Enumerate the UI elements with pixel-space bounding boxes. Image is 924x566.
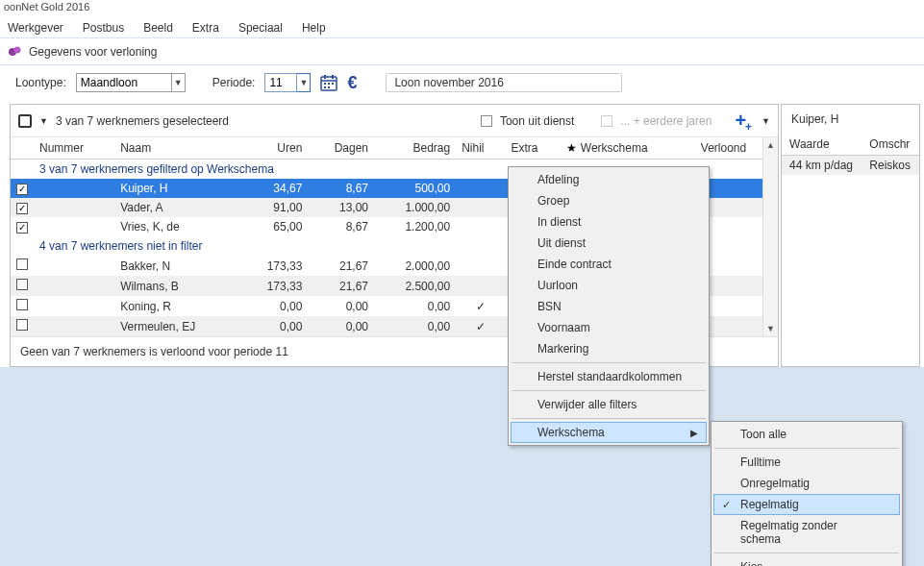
col-werkschema[interactable]: ★ Werkschema (561, 137, 694, 160)
menu-item-groep[interactable]: Groep (511, 190, 707, 211)
menu-item-uit-dienst[interactable]: Uit dienst (511, 233, 707, 254)
menu-separator (512, 418, 706, 419)
col-extra[interactable]: Extra (505, 137, 561, 160)
menu-item-toon-alle[interactable]: Toon alle (713, 424, 900, 445)
menu-separator (512, 390, 706, 391)
calendar-icon[interactable] (320, 74, 337, 91)
menu-separator (714, 448, 899, 449)
menu-postbus[interactable]: Postbus (83, 21, 124, 35)
svg-rect-6 (324, 83, 326, 85)
col-omschr[interactable]: Omschr (862, 134, 919, 156)
menu-werkgever[interactable]: Werkgever (8, 21, 63, 35)
col-bedrag[interactable]: Bedrag (374, 137, 456, 160)
menu-item-verwijder-filters[interactable]: Verwijder alle filters (511, 394, 707, 415)
chevron-down-icon[interactable]: ▼ (39, 116, 48, 126)
menu-item-in-dienst[interactable]: In dienst (511, 211, 707, 233)
menu-item-einde-contract[interactable]: Einde contract (511, 254, 707, 275)
row-checkbox[interactable] (16, 299, 28, 310)
menu-extra[interactable]: Extra (192, 21, 219, 35)
table-row[interactable]: 44 km p/dagReiskos (782, 156, 919, 176)
scroll-up-icon[interactable]: ▲ (763, 137, 778, 153)
chevron-down-icon[interactable]: ▼ (762, 116, 770, 126)
scroll-down-icon[interactable]: ▼ (763, 321, 778, 336)
loontype-select[interactable] (76, 73, 172, 92)
select-all-checkbox[interactable] (18, 114, 32, 128)
vertical-scrollbar[interactable]: ▲ ▼ (762, 137, 778, 336)
svg-rect-8 (332, 83, 334, 85)
menu-item-regelmatig[interactable]: ✓ Regelmatig (713, 494, 900, 515)
column-context-menu: Afdeling Groep In dienst Uit dienst Eind… (508, 166, 710, 446)
menu-item-onregelmatig[interactable]: Onregelmatig (713, 473, 900, 494)
chevron-down-icon[interactable]: ▼ (172, 73, 186, 92)
col-waarde[interactable]: Waarde (782, 134, 862, 156)
app-icon (8, 44, 23, 60)
svg-rect-4 (324, 75, 326, 79)
menu-item-fulltime[interactable]: Fulltime (713, 452, 900, 473)
add-icon[interactable]: + (735, 110, 746, 132)
menu-help[interactable]: Help (302, 21, 326, 35)
detail-table: Waarde Omschr 44 km p/dagReiskos (782, 134, 919, 175)
loontype-label: Loontype: (15, 76, 66, 89)
periode-input[interactable] (264, 73, 297, 92)
eerdere-jaren-label: ... + eerdere jaren (620, 114, 712, 128)
row-checkbox[interactable] (16, 279, 28, 290)
submenu-arrow-icon: ▶ (690, 428, 698, 438)
menu-item-voornaam[interactable]: Voornaam (511, 317, 707, 338)
menu-item-uurloon[interactable]: Uurloon (511, 275, 707, 296)
svg-rect-10 (328, 86, 330, 88)
col-check[interactable] (11, 137, 34, 160)
menu-item-bsn[interactable]: BSN (511, 296, 707, 317)
detail-title: Kuiper, H (782, 105, 919, 134)
euro-icon[interactable]: € (347, 73, 357, 93)
col-nihil[interactable]: Nihil (456, 137, 505, 160)
window-title: oonNet Gold 2016 (0, 0, 924, 17)
col-naam[interactable]: Naam (114, 137, 240, 160)
menu-item-regelmatig-zonder[interactable]: Regelmatig zonder schema (713, 515, 900, 550)
menu-separator (714, 553, 899, 554)
menu-item-markering[interactable]: Markering (511, 338, 707, 359)
eerdere-jaren-checkbox[interactable] (601, 115, 612, 127)
row-checkbox[interactable]: ✓ (16, 203, 28, 214)
svg-rect-7 (328, 83, 330, 85)
toon-uit-dienst-label: Toon uit dienst (500, 114, 574, 128)
svg-rect-5 (332, 75, 334, 79)
main-menu: Werkgever Postbus Beeld Extra Speciaal H… (0, 17, 924, 38)
row-checkbox[interactable] (16, 258, 28, 270)
svg-point-1 (14, 46, 21, 53)
row-checkbox[interactable] (16, 319, 28, 331)
toon-uit-dienst-checkbox[interactable] (481, 115, 492, 127)
col-dagen[interactable]: Dagen (308, 137, 374, 160)
periode-label: Periode: (212, 76, 256, 89)
page-subheader: Gegevens voor verloning (0, 38, 924, 65)
menu-item-afdeling[interactable]: Afdeling (511, 169, 707, 190)
row-checkbox[interactable]: ✓ (16, 222, 28, 234)
col-uren[interactable]: Uren (240, 137, 309, 160)
menu-item-herstel[interactable]: Herstel standaardkolommen (511, 366, 707, 387)
menu-speciaal[interactable]: Speciaal (238, 21, 283, 35)
menu-beeld[interactable]: Beeld (143, 21, 173, 35)
page-title: Gegevens voor verloning (29, 45, 157, 59)
row-checkbox[interactable]: ✓ (16, 184, 28, 195)
svg-rect-9 (324, 86, 326, 88)
selection-summary: 3 van 7 werknemers geselecteerd (56, 114, 229, 128)
menu-item-werkschema[interactable]: Werkschema ▶ (511, 422, 707, 443)
menu-separator (512, 362, 706, 363)
werkschema-submenu: Toon alle Fulltime Onregelmatig ✓ Regelm… (711, 421, 903, 566)
period-description: Loon november 2016 (386, 73, 622, 92)
check-icon: ✓ (722, 499, 731, 511)
chevron-down-icon[interactable]: ▼ (297, 73, 311, 92)
toolbar: Loontype: ▼ Periode: ▼ € Loon november 2… (0, 65, 924, 100)
col-nummer[interactable]: Nummer (34, 137, 114, 160)
menu-item-kies[interactable]: Kies... (713, 556, 900, 566)
detail-panel: Kuiper, H Waarde Omschr 44 km p/dagReisk… (781, 104, 920, 367)
